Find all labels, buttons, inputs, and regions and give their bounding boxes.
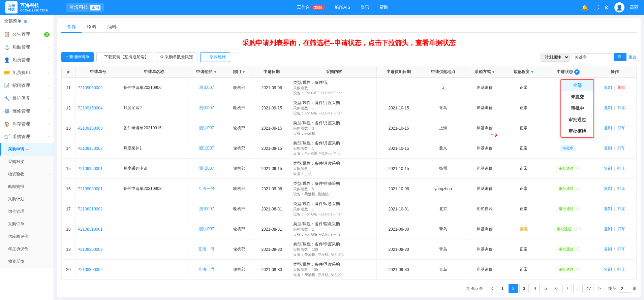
notification-icon[interactable]: 🔔 xyxy=(581,4,588,11)
sidebar-item-kucun-label: 库存管理 xyxy=(12,121,30,127)
sidebar-item-feiyong[interactable]: 💳 船员费用 › xyxy=(0,66,54,79)
status-info-icon[interactable]: ⓘ xyxy=(576,247,580,252)
sidebar-item-caigouduijie[interactable]: 采购对接 xyxy=(0,156,54,168)
sidebar-item-caigoushenqing[interactable]: 采购申请 ← xyxy=(0,143,54,156)
weixiugl-icon: ⚙️ xyxy=(4,108,10,114)
workbench-menu-item[interactable]: 工作台 3915 xyxy=(297,4,324,10)
sidebar-item-wuziyangshou-label: 物资验收 xyxy=(8,171,24,177)
cell-status: 审批通过ⓘ xyxy=(543,159,593,179)
page-btn-6[interactable]: 6 xyxy=(552,284,561,293)
filter-select[interactable]: 计划属性 xyxy=(541,53,570,62)
add-menu-icon[interactable]: ⊕ xyxy=(24,19,27,24)
action-打印[interactable]: 打印 xyxy=(617,227,625,231)
page-btn-4[interactable]: 4 xyxy=(530,284,540,293)
page-btn-7[interactable]: 7 xyxy=(562,284,572,293)
tab-wuliao[interactable]: 物料 xyxy=(82,22,102,33)
keyword-input[interactable] xyxy=(572,53,612,61)
cell-supply-place: 上海 xyxy=(421,118,465,138)
th-status[interactable]: 申请状态 ▼ 全部 未提交 审批中 审批通过 审批拒绝 xyxy=(543,66,593,78)
cell-apply-ship: 互海一号 xyxy=(187,179,226,199)
status-option-reviewing[interactable]: 审批中 xyxy=(561,103,593,114)
page-btn-1[interactable]: 1 xyxy=(498,284,507,293)
action-打印[interactable]: 打印 xyxy=(617,247,625,252)
status-dropdown-trigger[interactable]: ▼ xyxy=(574,69,580,75)
sidebar-item-gonggao[interactable]: 📋 公告管理 0 xyxy=(0,28,54,41)
help-menu-item[interactable]: 帮助 xyxy=(379,4,388,10)
status-badge: 审批通过 xyxy=(556,206,576,212)
sidebar-item-chuanbogoubao[interactable]: 船舶购报 xyxy=(0,180,54,193)
page-btn-5[interactable]: 5 xyxy=(541,284,550,293)
cell-dept: 轮机部 xyxy=(226,98,252,118)
news-menu-item[interactable]: 资讯 xyxy=(361,4,369,10)
status-option-all[interactable]: 全部 xyxy=(561,80,593,91)
action-删除[interactable]: 删除 xyxy=(617,85,625,90)
sidebar-item-weixiu[interactable]: 🔧 维护保养 › xyxy=(0,92,54,105)
limit-button[interactable]: ⚙ 采购单数量限定 xyxy=(156,52,197,62)
cell-method: 岸基询价 xyxy=(465,138,504,159)
action-复制[interactable]: 复制 xyxy=(604,166,612,171)
cell-num: 11 xyxy=(62,78,75,98)
status-option-approved[interactable]: 审批通过 xyxy=(561,114,593,126)
action-复制[interactable]: 复制 xyxy=(604,126,612,130)
sidebar-item-xunjiaguanli[interactable]: 询价管理 xyxy=(0,205,54,218)
action-复制[interactable]: 复制 xyxy=(604,105,612,110)
cell-urgency: 正常 xyxy=(504,78,543,98)
action-打印[interactable]: 打印 xyxy=(617,146,625,151)
status-info-icon[interactable]: ⓘ xyxy=(576,166,580,171)
action-复制[interactable]: 复制 xyxy=(604,186,612,191)
download-button[interactable]: ↓ 下载安装【互海通船端】 xyxy=(96,52,153,62)
sidebar-item-wuzifeijian[interactable]: 物资反馈 xyxy=(0,255,54,268)
cell-method: 岸基询价 xyxy=(465,239,504,260)
sidebar-item-zhaopin[interactable]: 📝 招聘管理 › xyxy=(0,79,54,92)
page-btn-3[interactable]: 3 xyxy=(519,284,529,293)
pagination-next[interactable]: > xyxy=(595,284,604,293)
sidebar-item-caigoudingdan[interactable]: 采购订单 xyxy=(0,218,54,230)
action-复制[interactable]: 复制 xyxy=(604,227,612,231)
sidebar-item-caigoujihua[interactable]: 采购计划 xyxy=(0,193,54,205)
action-打印[interactable]: 打印 xyxy=(617,166,625,171)
sidebar-item-caigou[interactable]: 🛒 采购管理 › xyxy=(0,130,54,143)
reset-button[interactable]: 重置 xyxy=(628,54,637,60)
tab-youqian[interactable]: 油料 xyxy=(102,22,122,33)
sidebar-item-gongyingshang[interactable]: 供应商评价 xyxy=(0,230,54,243)
sidebar-item-kucun[interactable]: 🏠 库存管理 › xyxy=(0,118,54,130)
action-打印[interactable]: 打印 xyxy=(617,105,625,110)
search-button[interactable]: 🔍 xyxy=(614,53,626,61)
status-info-icon[interactable]: ⓘ xyxy=(576,206,580,211)
sidebar-item-chuanbo[interactable]: ⚓ 船舶管理 › xyxy=(0,41,54,54)
tab-beijian[interactable]: 备件 xyxy=(61,22,82,33)
th-apply-ship: 申请船舶 ▼ xyxy=(187,66,226,78)
sidebar-item-nianduxieyi[interactable]: 年度协议价 xyxy=(0,243,54,255)
zhaopin-arrow: › xyxy=(49,84,50,88)
action-复制[interactable]: 复制 xyxy=(604,267,612,272)
add-apply-button[interactable]: + 新增申请单 xyxy=(61,52,94,62)
action-打印[interactable]: 打印 xyxy=(617,126,625,130)
action-复制[interactable]: 复制 xyxy=(604,247,612,252)
pagination-prev[interactable]: < xyxy=(487,284,496,293)
page-btn-47[interactable]: 47 xyxy=(584,284,593,293)
action-打印[interactable]: 打印 xyxy=(617,206,625,211)
sidebar-item-chuanyuan[interactable]: 👤 船员管理 › xyxy=(0,54,54,66)
status-info-icon[interactable]: ⓘ xyxy=(574,227,578,231)
status-info-icon[interactable]: ⓘ xyxy=(576,186,580,191)
sidebar-item-weixiugl[interactable]: ⚙️ 维修管理 › xyxy=(0,105,54,118)
status-info-icon[interactable]: ⓘ xyxy=(576,267,580,272)
jumpto-input[interactable] xyxy=(618,285,631,293)
avatar[interactable]: 👤 xyxy=(614,2,624,12)
fullscreen-icon[interactable]: ⛶ xyxy=(593,4,599,10)
settings-icon[interactable]: ⚙ xyxy=(604,4,609,11)
sidebar-item-wuziyangshou[interactable]: 物资验收 › xyxy=(0,168,54,180)
page-btn-2[interactable]: 2 xyxy=(509,284,518,293)
sub-brand[interactable]: 互海科技 试用 xyxy=(66,3,104,12)
status-option-not-submit[interactable]: 未提交 xyxy=(561,91,593,103)
cell-method: 岸基询价 xyxy=(465,159,504,179)
stats-button[interactable]: → 采购统计 xyxy=(200,52,230,62)
action-打印[interactable]: 打印 xyxy=(617,186,625,191)
action-打印[interactable]: 打印 xyxy=(617,267,625,272)
status-dropdown[interactable]: 全部 未提交 审批中 审批通过 审批拒绝 xyxy=(560,79,594,138)
ship-ais-menu-item[interactable]: 船舶AIS xyxy=(335,4,350,10)
action-复制[interactable]: 复制 xyxy=(604,85,612,90)
status-option-rejected[interactable]: 审批拒绝 xyxy=(561,126,593,137)
action-复制[interactable]: 复制 xyxy=(604,146,612,151)
action-复制[interactable]: 复制 xyxy=(604,206,612,211)
